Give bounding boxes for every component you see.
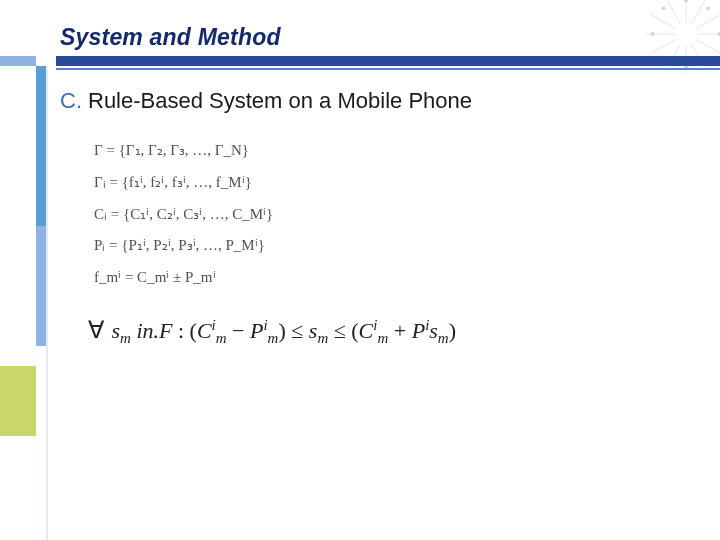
content-area: C.Rule-Based System on a Mobile Phone Γ … (60, 88, 680, 520)
sub-m-1: m (120, 330, 131, 346)
slide: System and Method C.Rule-Based System on… (0, 0, 720, 540)
svg-point-12 (684, 0, 688, 2)
sub-m-2: m (216, 330, 227, 346)
P-2: P (412, 318, 425, 343)
sub-m-3: m (268, 330, 279, 346)
open-1: ( (190, 318, 197, 343)
close-1: ) (278, 318, 285, 343)
eq-p-i: Pᵢ = {P₁ⁱ, P₂ⁱ, P₃ⁱ, …, P_Mⁱ} (94, 233, 680, 258)
section-heading: C.Rule-Based System on a Mobile Phone (60, 88, 680, 114)
minus: − (232, 318, 250, 343)
sub-m-6: m (438, 330, 449, 346)
section-lead: C. (60, 88, 82, 113)
svg-line-1 (686, 0, 706, 34)
F-set: F (159, 318, 172, 343)
eq-c-i: Cᵢ = {C₁ⁱ, C₂ⁱ, C₃ⁱ, …, C_Mⁱ} (94, 202, 680, 227)
sub-m-5: m (377, 330, 388, 346)
section-text: Rule-Based System on a Mobile Phone (88, 88, 472, 113)
le-2: ≤ (334, 318, 352, 343)
svg-line-8 (650, 34, 686, 54)
C-2: C (359, 318, 374, 343)
svg-point-13 (706, 6, 710, 10)
svg-line-10 (650, 14, 686, 34)
svg-point-19 (662, 6, 666, 10)
svg-point-18 (650, 32, 654, 36)
svg-line-2 (686, 14, 720, 34)
colon: : (172, 318, 189, 343)
svg-line-4 (686, 34, 720, 54)
C-1: C (197, 318, 212, 343)
P-1: P (250, 318, 263, 343)
inequality-expression: ∀ sm in.F : (Cim − Pim) ≤ sm ≤ (Cim + Pi… (88, 316, 680, 344)
left-accent-bars (0, 66, 56, 540)
le-1: ≤ (291, 318, 309, 343)
svg-point-20 (675, 23, 697, 45)
svg-line-11 (666, 0, 686, 34)
title-divider (0, 56, 720, 76)
var-s-3: s (429, 318, 438, 343)
eq-gamma-set: Γ = {Γ₁, Γ₂, Γ₃, …, Γ_N} (94, 138, 680, 163)
sub-m-4: m (317, 330, 328, 346)
in-text: in. (136, 318, 159, 343)
slide-title: System and Method (60, 24, 620, 51)
svg-point-21 (675, 23, 697, 45)
eq-f-im: f_mⁱ = C_mⁱ ± P_mⁱ (94, 265, 680, 290)
close-2: ) (449, 318, 456, 343)
forall-symbol: ∀ (88, 317, 104, 343)
title-wrap: System and Method (60, 24, 620, 51)
var-s: s (112, 318, 121, 343)
open-2: ( (351, 318, 358, 343)
plus: + (394, 318, 412, 343)
equation-list: Γ = {Γ₁, Γ₂, Γ₃, …, Γ_N} Γᵢ = {f₁ⁱ, f₂ⁱ,… (94, 138, 680, 290)
eq-gamma-i: Γᵢ = {f₁ⁱ, f₂ⁱ, f₃ⁱ, …, f_Mⁱ} (94, 170, 680, 195)
